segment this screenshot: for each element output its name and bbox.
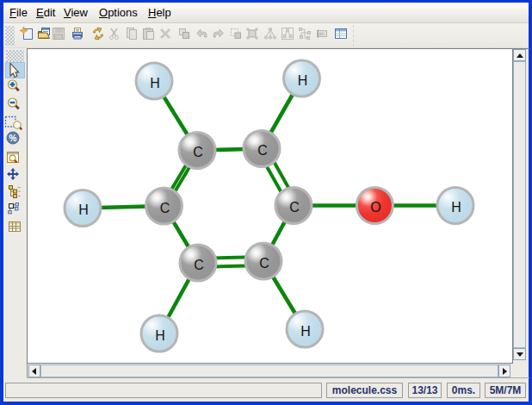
- svg-text:H: H: [298, 73, 308, 88]
- svg-text:H: H: [150, 76, 160, 90]
- svg-text:C: C: [194, 258, 204, 272]
- svg-text:C: C: [289, 200, 300, 215]
- svg-text:H: H: [78, 202, 89, 217]
- svg-text:H: H: [451, 200, 461, 215]
- svg-text:O: O: [370, 200, 380, 215]
- svg-text:C: C: [160, 201, 170, 215]
- svg-text:C: C: [259, 256, 269, 271]
- svg-text:C: C: [193, 145, 203, 159]
- svg-text:ab: ab: [319, 31, 325, 36]
- svg-text:%: %: [9, 134, 17, 143]
- svg-text:H: H: [300, 324, 311, 339]
- svg-text:H: H: [155, 328, 165, 343]
- svg-text:C: C: [257, 143, 268, 158]
